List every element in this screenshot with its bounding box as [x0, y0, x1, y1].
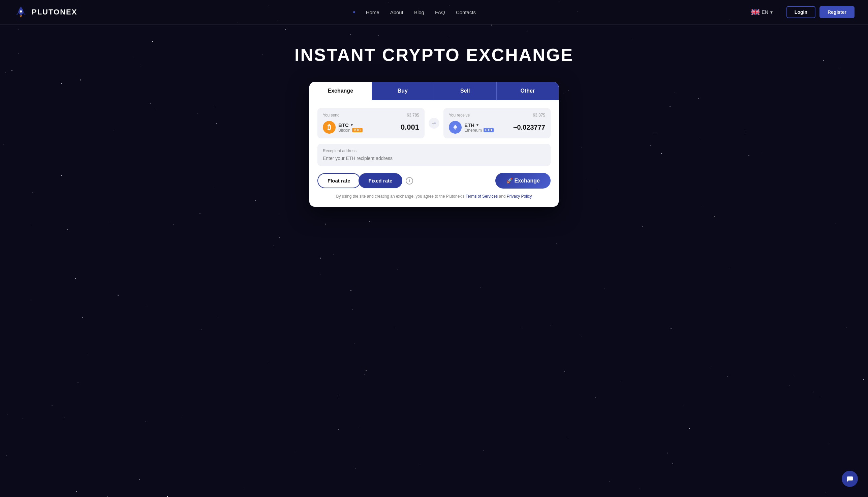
- send-amount[interactable]: 0.001: [401, 123, 419, 132]
- send-currency-code: BTC: [338, 122, 349, 128]
- chat-button[interactable]: [842, 471, 858, 487]
- lang-chevron: ▾: [770, 10, 773, 15]
- tabs: Exchange Buy Sell Other: [309, 82, 559, 100]
- receive-usd: 63.37$: [533, 113, 545, 117]
- nav-divider: [781, 8, 781, 16]
- terms-and: and: [499, 194, 507, 199]
- register-button[interactable]: Register: [819, 6, 855, 18]
- nav-faq[interactable]: FAQ: [435, 10, 445, 15]
- send-currency-full: Bitcoin BTC: [338, 128, 362, 133]
- send-currency-info: BTC ▾ Bitcoin BTC: [338, 122, 362, 133]
- lang-label: EN: [761, 10, 768, 15]
- send-currency-name: BTC ▾: [338, 122, 362, 128]
- receive-header: You receive 63.37$: [449, 113, 545, 117]
- login-button[interactable]: Login: [786, 6, 815, 18]
- flag-icon: [752, 10, 759, 15]
- btc-badge: BTC: [352, 128, 362, 132]
- receive-label: You receive: [449, 113, 470, 117]
- hero-title: INSTANT CRYPTO EXCHANGE: [294, 45, 574, 65]
- send-box: You send 63.78$ ₿ BTC ▾: [317, 108, 425, 138]
- navbar-right: EN ▾ Login Register: [752, 6, 855, 18]
- send-usd: 63.78$: [407, 113, 419, 117]
- eth-icon: [449, 121, 461, 134]
- tab-buy[interactable]: Buy: [372, 82, 434, 100]
- send-chevron: ▾: [351, 123, 353, 127]
- send-currency-selector[interactable]: ₿ BTC ▾ Bitcoin BTC: [323, 121, 362, 134]
- receive-currency-info: ETH ▾ Ethereum ETH: [464, 122, 494, 133]
- fixed-rate-button[interactable]: Fixed rate: [359, 173, 403, 188]
- terms-of-service-link[interactable]: Terms of Services: [466, 194, 498, 199]
- send-header: You send 63.78$: [323, 113, 419, 117]
- chat-icon: [846, 475, 854, 483]
- tab-sell[interactable]: Sell: [434, 82, 496, 100]
- svg-point-1: [19, 10, 22, 13]
- logo-icon: [13, 5, 28, 19]
- receive-currency-code: ETH: [464, 122, 474, 128]
- exchange-btn-wrapper: 🚀 Exchange: [495, 173, 551, 188]
- float-rate-button[interactable]: Float rate: [317, 173, 360, 188]
- swap-icon[interactable]: ⇌: [429, 118, 439, 129]
- receive-amount: ~0.023777: [513, 124, 545, 131]
- receive-chevron: ▾: [477, 123, 479, 127]
- language-selector[interactable]: EN ▾: [752, 10, 772, 15]
- tab-exchange[interactable]: Exchange: [309, 82, 372, 100]
- recipient-input[interactable]: [323, 156, 545, 161]
- recipient-box: Recepient address: [317, 144, 551, 166]
- btc-icon: ₿: [323, 121, 335, 134]
- main-content: INSTANT CRYPTO EXCHANGE Exchange Buy Sel…: [0, 25, 868, 220]
- privacy-policy-link[interactable]: Privacy Policy: [507, 194, 532, 199]
- terms-text: By using the site and creating an exchan…: [317, 194, 551, 199]
- nav-dot: [353, 11, 355, 13]
- nav-home[interactable]: Home: [366, 10, 380, 15]
- logo[interactable]: PLUTONEX: [13, 5, 77, 19]
- eth-badge: ETH: [484, 128, 494, 132]
- send-label: You send: [323, 113, 340, 117]
- nav-blog[interactable]: Blog: [414, 10, 424, 15]
- terms-prefix: By using the site and creating an exchan…: [336, 194, 465, 199]
- navbar: PLUTONEX Home About Blog FAQ Contacts EN…: [0, 0, 868, 25]
- nav-links: Home About Blog FAQ Contacts: [353, 10, 476, 15]
- exchange-card: Exchange Buy Sell Other You send 63.78$ …: [309, 82, 559, 207]
- receive-currency-selector[interactable]: ETH ▾ Ethereum ETH: [449, 121, 494, 134]
- send-bottom: ₿ BTC ▾ Bitcoin BTC: [323, 121, 419, 134]
- nav-contacts[interactable]: Contacts: [456, 10, 476, 15]
- brand-name: PLUTONEX: [32, 8, 77, 16]
- rate-info-icon[interactable]: i: [406, 177, 413, 185]
- receive-currency-name: ETH ▾: [464, 122, 494, 128]
- nav-about[interactable]: About: [390, 10, 403, 15]
- exchange-button[interactable]: 🚀 Exchange: [495, 173, 551, 188]
- receive-currency-full: Ethereum ETH: [464, 128, 494, 133]
- receive-box: You receive 63.37$: [443, 108, 551, 138]
- exchange-row: You send 63.78$ ₿ BTC ▾: [317, 108, 551, 138]
- tab-other[interactable]: Other: [496, 82, 559, 100]
- receive-bottom: ETH ▾ Ethereum ETH ~0.023777: [449, 121, 545, 134]
- rate-row: Float rate Fixed rate i 🚀 Exchange: [317, 173, 551, 188]
- card-body: You send 63.78$ ₿ BTC ▾: [309, 100, 559, 207]
- recipient-label: Recepient address: [323, 148, 545, 153]
